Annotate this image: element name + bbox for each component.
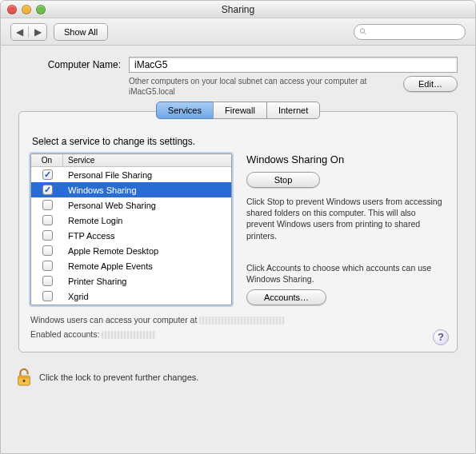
table-header: On Service	[31, 154, 231, 167]
sharing-window: Sharing ◀ ▶ Show All Computer Name: Othe…	[0, 0, 476, 454]
table-row[interactable]: Personal Web Sharing	[31, 197, 231, 213]
service-name: Xgrid	[63, 292, 231, 301]
service-status: Windows Sharing On	[246, 153, 446, 165]
accounts-button[interactable]: Accounts…	[246, 289, 326, 305]
computer-name-input[interactable]	[129, 57, 458, 73]
window-title: Sharing	[1, 4, 475, 15]
svg-point-4	[23, 380, 26, 382]
service-checkbox[interactable]	[42, 200, 53, 210]
subnet-note: Other computers on your local subnet can…	[129, 76, 395, 97]
service-name: Printer Sharing	[63, 277, 231, 286]
forward-icon[interactable]: ▶	[29, 26, 46, 38]
back-icon[interactable]: ◀	[11, 26, 29, 38]
service-name: Windows Sharing	[63, 185, 231, 195]
table-row[interactable]: FTP Access	[31, 228, 231, 243]
service-checkbox[interactable]	[42, 245, 53, 256]
service-checkbox[interactable]	[42, 230, 53, 241]
service-name: Remote Apple Events	[63, 261, 231, 271]
service-name: Personal File Sharing	[63, 170, 231, 180]
service-checkbox[interactable]	[42, 215, 53, 225]
redacted-accounts	[102, 331, 156, 339]
instruction-text: Select a service to change its settings.	[32, 136, 446, 147]
tab-services[interactable]: Services	[156, 102, 214, 119]
table-row[interactable]: Personal File Sharing	[31, 167, 231, 182]
service-checkbox[interactable]	[42, 185, 53, 195]
service-name: Apple Remote Desktop	[63, 246, 231, 256]
service-checkbox[interactable]	[42, 291, 53, 301]
redacted-address	[199, 317, 286, 325]
tab-firewall[interactable]: Firewall	[213, 102, 267, 119]
toolbar: ◀ ▶ Show All	[1, 18, 475, 46]
content-area: Computer Name: Other computers on your l…	[1, 46, 475, 359]
detail-pane: Windows Sharing On Stop Click Stop to pr…	[246, 153, 446, 305]
col-header-on[interactable]: On	[31, 154, 63, 166]
table-row[interactable]: Remote Apple Events	[31, 258, 231, 273]
svg-point-0	[360, 29, 364, 33]
accounts-hint: Click Accounts to choose which accounts …	[246, 262, 446, 285]
service-table[interactable]: On Service Personal File SharingWindows …	[30, 153, 232, 305]
enabled-line: Enabled accounts:	[30, 329, 99, 339]
show-all-button[interactable]: Show All	[54, 23, 108, 41]
table-row[interactable]: Printer Sharing	[31, 273, 231, 289]
search-input[interactable]	[370, 26, 460, 38]
tab-bar: Services Firewall Internet	[19, 102, 457, 119]
service-checkbox[interactable]	[42, 261, 53, 271]
services-groupbox: Services Firewall Internet Select a serv…	[18, 111, 458, 352]
computer-name-label: Computer Name:	[18, 59, 121, 70]
lock-row: Click the lock to prevent further change…	[1, 359, 475, 392]
col-header-service[interactable]: Service	[63, 154, 231, 166]
help-button[interactable]: ?	[433, 329, 449, 345]
service-name: Personal Web Sharing	[63, 201, 231, 210]
titlebar: Sharing	[1, 1, 475, 18]
service-checkbox[interactable]	[42, 169, 53, 180]
edit-button[interactable]: Edit…	[403, 76, 458, 92]
stop-button[interactable]: Stop	[246, 172, 320, 188]
stop-hint: Click Stop to prevent Windows users from…	[246, 196, 446, 241]
search-icon	[359, 27, 367, 36]
svg-rect-3	[18, 376, 30, 379]
nav-back-forward[interactable]: ◀ ▶	[10, 23, 47, 41]
table-row[interactable]: Windows Sharing	[31, 182, 231, 197]
lock-icon[interactable]	[15, 367, 33, 388]
footer-info: Windows users can access your computer a…	[30, 313, 446, 342]
subnet-note-row: Other computers on your local subnet can…	[18, 76, 458, 97]
table-row[interactable]: Apple Remote Desktop	[31, 243, 231, 258]
table-row[interactable]: Remote Login	[31, 213, 231, 228]
lock-text: Click the lock to prevent further change…	[39, 372, 198, 382]
service-name: Remote Login	[63, 216, 231, 225]
svg-line-1	[364, 33, 366, 34]
service-checkbox[interactable]	[42, 276, 53, 286]
search-field[interactable]	[354, 24, 466, 40]
service-name: FTP Access	[63, 231, 231, 241]
table-row[interactable]: Xgrid	[31, 289, 231, 304]
tab-internet[interactable]: Internet	[266, 102, 320, 119]
access-line: Windows users can access your computer a…	[30, 315, 199, 325]
computer-name-row: Computer Name:	[18, 57, 458, 73]
